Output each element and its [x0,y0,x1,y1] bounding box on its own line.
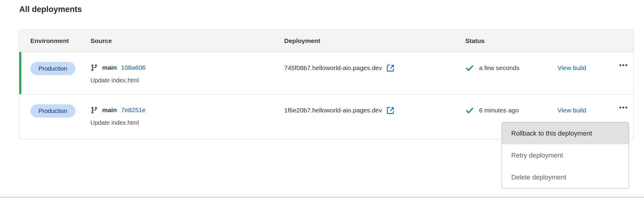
page-title: All deployments [19,5,82,14]
git-branch-icon [90,64,98,72]
column-header-source: Source [90,37,284,44]
active-deployment-indicator [19,52,21,94]
external-link-icon[interactable] [387,106,395,115]
environment-badge: Production [30,104,75,118]
status-time: a few seconds [479,64,519,72]
commit-link[interactable]: 108a606 [121,64,146,71]
deployment-cell: 1f6e20b7.helloworld-aio.pages.dev [284,94,465,139]
row-menu-cell: ••• [619,52,628,94]
environment-cell: Production [30,52,90,94]
environment-cell: Production [30,94,90,139]
branch-name: main [102,106,117,114]
column-header-environment: Environment [30,37,90,44]
external-link-icon[interactable] [387,64,395,72]
success-check-icon [465,106,474,115]
deployment-url: 745f08b7.helloworld-aio.pages.dev [284,64,382,72]
commit-link[interactable]: 7e8251e [121,106,146,114]
column-header-deployment: Deployment [284,37,465,44]
branch-name: main [102,64,117,71]
status-cell: a few seconds [465,52,557,94]
success-check-icon [465,64,474,72]
ellipsis-menu-icon[interactable]: ••• [619,59,628,71]
deployment-row-current: Production main 108a606 Update index.htm… [19,52,633,94]
view-build-cell: View build [557,52,619,94]
deployment-cell: 745f08b7.helloworld-aio.pages.dev [284,52,465,94]
deployment-context-menu: Rollback to this deployment Retry deploy… [502,122,629,188]
git-branch-icon [90,106,98,114]
menu-item-delete[interactable]: Delete deployment [502,166,629,188]
page-bottom-divider [0,193,644,198]
commit-message: Update index.html [90,119,284,126]
menu-item-retry[interactable]: Retry deployment [502,144,629,166]
source-cell: main 7e8251e Update index.html [90,94,284,139]
source-cell: main 108a606 Update index.html [90,52,284,94]
table-header-row: Environment Source Deployment Status [19,30,633,52]
view-build-link[interactable]: View build [557,104,586,116]
commit-message: Update index.html [90,77,284,84]
ellipsis-menu-icon[interactable]: ••• [619,102,628,114]
deployment-url: 1f6e20b7.helloworld-aio.pages.dev [284,107,382,114]
status-time: 6 minutes ago [479,107,519,114]
column-header-status: Status [465,37,622,44]
environment-badge: Production [30,62,75,75]
menu-item-rollback[interactable]: Rollback to this deployment [502,122,629,144]
view-build-link[interactable]: View build [557,62,586,74]
